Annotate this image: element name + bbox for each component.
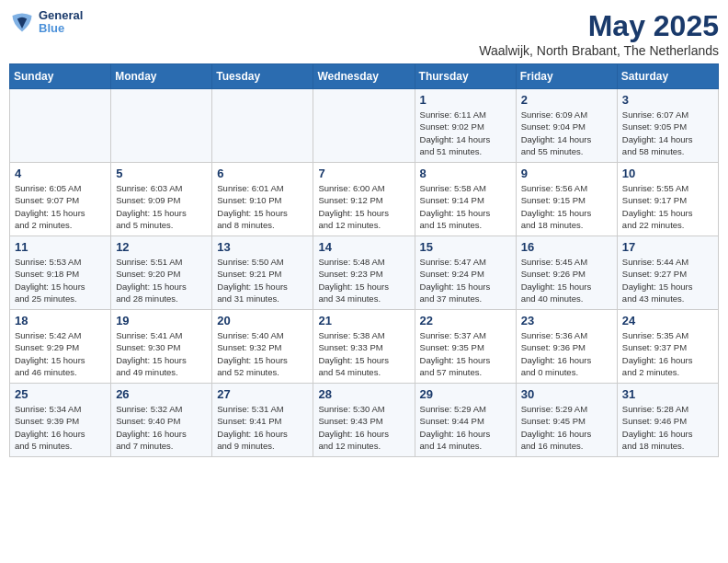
calendar-week-row: 1Sunrise: 6:11 AM Sunset: 9:02 PM Daylig…	[10, 89, 719, 163]
day-info: Sunrise: 5:32 AM Sunset: 9:40 PM Dayligh…	[116, 403, 207, 452]
calendar-cell: 5Sunrise: 6:03 AM Sunset: 9:09 PM Daylig…	[111, 163, 212, 236]
day-number: 12	[116, 240, 207, 254]
day-of-week-header: Thursday	[415, 64, 516, 89]
day-number: 6	[217, 167, 308, 180]
day-info: Sunrise: 5:37 AM Sunset: 9:35 PM Dayligh…	[420, 329, 511, 378]
logo-text: General Blue	[39, 9, 83, 36]
day-of-week-header: Monday	[111, 64, 212, 89]
calendar-cell: 20Sunrise: 5:40 AM Sunset: 9:32 PM Dayli…	[212, 310, 313, 384]
calendar-cell: 12Sunrise: 5:51 AM Sunset: 9:20 PM Dayli…	[111, 236, 212, 310]
day-number: 2	[521, 93, 612, 107]
day-info: Sunrise: 5:51 AM Sunset: 9:20 PM Dayligh…	[116, 256, 207, 304]
logo-line1: General	[39, 9, 83, 22]
day-number: 15	[420, 240, 511, 254]
day-info: Sunrise: 5:29 AM Sunset: 9:45 PM Dayligh…	[521, 403, 612, 452]
calendar-cell: 16Sunrise: 5:45 AM Sunset: 9:26 PM Dayli…	[516, 236, 617, 310]
day-number: 5	[116, 167, 207, 180]
day-info: Sunrise: 5:56 AM Sunset: 9:15 PM Dayligh…	[521, 182, 612, 231]
day-number: 10	[622, 167, 713, 180]
day-number: 7	[318, 167, 409, 180]
day-number: 20	[217, 314, 308, 327]
day-number: 16	[521, 240, 612, 254]
calendar-cell: 11Sunrise: 5:53 AM Sunset: 9:18 PM Dayli…	[10, 236, 111, 310]
calendar-cell: 18Sunrise: 5:42 AM Sunset: 9:29 PM Dayli…	[10, 310, 111, 384]
calendar-cell	[212, 89, 313, 163]
calendar-cell: 27Sunrise: 5:31 AM Sunset: 9:41 PM Dayli…	[212, 384, 313, 457]
day-info: Sunrise: 6:11 AM Sunset: 9:02 PM Dayligh…	[420, 109, 511, 157]
day-number: 9	[521, 167, 612, 180]
calendar-cell: 1Sunrise: 6:11 AM Sunset: 9:02 PM Daylig…	[415, 89, 516, 163]
day-info: Sunrise: 5:29 AM Sunset: 9:44 PM Dayligh…	[420, 403, 511, 452]
day-number: 29	[420, 387, 511, 401]
day-of-week-header: Sunday	[10, 64, 111, 89]
day-number: 24	[622, 314, 713, 327]
day-of-week-header: Tuesday	[212, 64, 313, 89]
day-info: Sunrise: 5:45 AM Sunset: 9:26 PM Dayligh…	[521, 256, 612, 304]
day-number: 8	[420, 167, 511, 180]
calendar-cell: 13Sunrise: 5:50 AM Sunset: 9:21 PM Dayli…	[212, 236, 313, 310]
day-info: Sunrise: 5:53 AM Sunset: 9:18 PM Dayligh…	[15, 256, 106, 304]
calendar-week-row: 25Sunrise: 5:34 AM Sunset: 9:39 PM Dayli…	[10, 384, 719, 457]
day-info: Sunrise: 5:38 AM Sunset: 9:33 PM Dayligh…	[318, 329, 409, 378]
day-number: 3	[622, 93, 713, 107]
calendar-cell: 7Sunrise: 6:00 AM Sunset: 9:12 PM Daylig…	[313, 163, 415, 236]
calendar-cell: 14Sunrise: 5:48 AM Sunset: 9:23 PM Dayli…	[313, 236, 415, 310]
day-number: 30	[521, 387, 612, 401]
main-title: May 2025	[479, 9, 719, 43]
day-number: 14	[318, 240, 409, 254]
calendar-week-row: 4Sunrise: 6:05 AM Sunset: 9:07 PM Daylig…	[10, 163, 719, 236]
day-number: 26	[116, 387, 207, 401]
calendar-table: SundayMondayTuesdayWednesdayThursdayFrid…	[9, 63, 719, 457]
day-info: Sunrise: 6:01 AM Sunset: 9:10 PM Dayligh…	[217, 182, 308, 231]
calendar-cell	[111, 89, 212, 163]
calendar-cell	[10, 89, 111, 163]
calendar-cell: 15Sunrise: 5:47 AM Sunset: 9:24 PM Dayli…	[415, 236, 516, 310]
calendar-cell: 21Sunrise: 5:38 AM Sunset: 9:33 PM Dayli…	[313, 310, 415, 384]
calendar-header-row: SundayMondayTuesdayWednesdayThursdayFrid…	[10, 64, 719, 89]
day-number: 11	[15, 240, 106, 254]
calendar-cell: 26Sunrise: 5:32 AM Sunset: 9:40 PM Dayli…	[111, 384, 212, 457]
calendar-cell: 29Sunrise: 5:29 AM Sunset: 9:44 PM Dayli…	[415, 384, 516, 457]
day-info: Sunrise: 5:40 AM Sunset: 9:32 PM Dayligh…	[217, 329, 308, 378]
title-area: May 2025 Waalwijk, North Brabant, The Ne…	[479, 9, 719, 58]
calendar-cell: 17Sunrise: 5:44 AM Sunset: 9:27 PM Dayli…	[617, 236, 718, 310]
calendar-cell: 6Sunrise: 6:01 AM Sunset: 9:10 PM Daylig…	[212, 163, 313, 236]
calendar-cell: 8Sunrise: 5:58 AM Sunset: 9:14 PM Daylig…	[415, 163, 516, 236]
logo-line2: Blue	[39, 22, 83, 35]
day-number: 18	[15, 314, 106, 327]
day-number: 17	[622, 240, 713, 254]
calendar-week-row: 18Sunrise: 5:42 AM Sunset: 9:29 PM Dayli…	[10, 310, 719, 384]
calendar-cell: 9Sunrise: 5:56 AM Sunset: 9:15 PM Daylig…	[516, 163, 617, 236]
day-number: 23	[521, 314, 612, 327]
calendar-body: 1Sunrise: 6:11 AM Sunset: 9:02 PM Daylig…	[10, 89, 719, 457]
day-info: Sunrise: 6:07 AM Sunset: 9:05 PM Dayligh…	[622, 109, 713, 157]
day-info: Sunrise: 5:58 AM Sunset: 9:14 PM Dayligh…	[420, 182, 511, 231]
day-info: Sunrise: 5:31 AM Sunset: 9:41 PM Dayligh…	[217, 403, 308, 452]
day-number: 4	[15, 167, 106, 180]
day-info: Sunrise: 5:48 AM Sunset: 9:23 PM Dayligh…	[318, 256, 409, 304]
calendar-cell: 23Sunrise: 5:36 AM Sunset: 9:36 PM Dayli…	[516, 310, 617, 384]
calendar-cell: 2Sunrise: 6:09 AM Sunset: 9:04 PM Daylig…	[516, 89, 617, 163]
calendar-cell: 24Sunrise: 5:35 AM Sunset: 9:37 PM Dayli…	[617, 310, 718, 384]
calendar-week-row: 11Sunrise: 5:53 AM Sunset: 9:18 PM Dayli…	[10, 236, 719, 310]
subtitle: Waalwijk, North Brabant, The Netherlands	[479, 43, 719, 58]
calendar-cell: 25Sunrise: 5:34 AM Sunset: 9:39 PM Dayli…	[10, 384, 111, 457]
page-header: General Blue May 2025 Waalwijk, North Br…	[9, 9, 719, 58]
day-info: Sunrise: 6:00 AM Sunset: 9:12 PM Dayligh…	[318, 182, 409, 231]
calendar-cell	[313, 89, 415, 163]
day-number: 22	[420, 314, 511, 327]
day-of-week-header: Friday	[516, 64, 617, 89]
calendar-cell: 22Sunrise: 5:37 AM Sunset: 9:35 PM Dayli…	[415, 310, 516, 384]
logo: General Blue	[9, 9, 83, 36]
day-info: Sunrise: 6:05 AM Sunset: 9:07 PM Dayligh…	[15, 182, 106, 231]
calendar-cell: 10Sunrise: 5:55 AM Sunset: 9:17 PM Dayli…	[617, 163, 718, 236]
day-info: Sunrise: 6:03 AM Sunset: 9:09 PM Dayligh…	[116, 182, 207, 231]
day-info: Sunrise: 5:42 AM Sunset: 9:29 PM Dayligh…	[15, 329, 106, 378]
day-info: Sunrise: 5:35 AM Sunset: 9:37 PM Dayligh…	[622, 329, 713, 378]
day-number: 27	[217, 387, 308, 401]
day-number: 13	[217, 240, 308, 254]
logo-icon	[9, 9, 35, 35]
calendar-cell: 28Sunrise: 5:30 AM Sunset: 9:43 PM Dayli…	[313, 384, 415, 457]
day-number: 31	[622, 387, 713, 401]
day-info: Sunrise: 5:36 AM Sunset: 9:36 PM Dayligh…	[521, 329, 612, 378]
